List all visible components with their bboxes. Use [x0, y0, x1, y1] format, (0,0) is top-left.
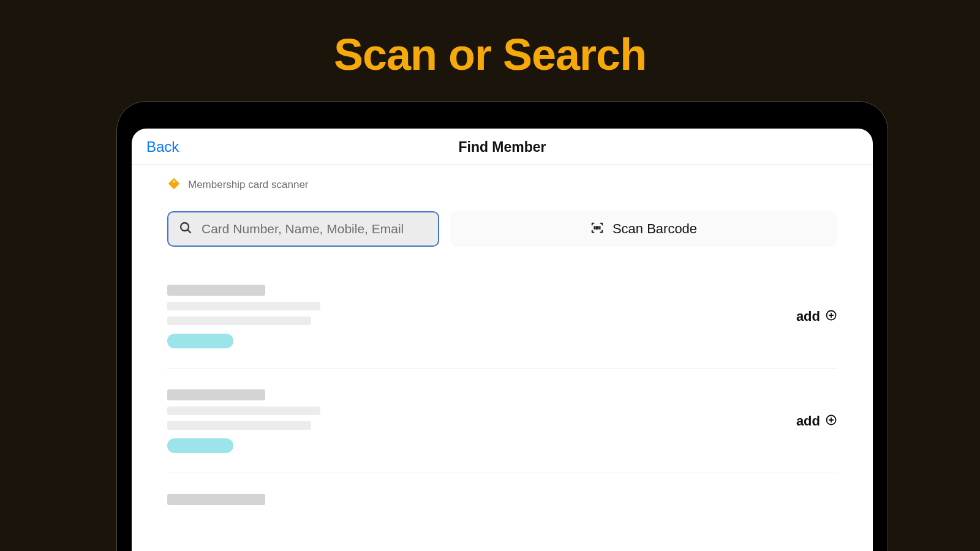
scanner-hint-row: Membership card scanner — [167, 165, 837, 211]
result-skeleton — [167, 389, 320, 453]
app-screen: Back Find Member Membership card scanner — [132, 129, 873, 551]
search-input[interactable] — [202, 222, 428, 236]
skeleton-line — [167, 317, 311, 325]
tag-icon — [167, 177, 181, 193]
content-area: Membership card scanner — [132, 165, 873, 525]
skeleton-pill — [167, 334, 233, 348]
add-button[interactable]: add — [796, 309, 837, 324]
search-icon — [178, 220, 193, 238]
page-headline: Scan or Search — [0, 0, 980, 80]
plus-circle-icon — [825, 309, 837, 324]
add-label: add — [796, 309, 820, 324]
result-skeleton — [167, 494, 265, 505]
plus-circle-icon — [825, 414, 837, 429]
result-skeleton — [167, 285, 320, 348]
svg-point-0 — [173, 181, 175, 182]
search-box[interactable] — [167, 211, 439, 247]
result-row: add — [167, 280, 837, 369]
skeleton-line — [167, 494, 265, 505]
search-row: Scan Barcode — [167, 211, 837, 247]
skeleton-line — [167, 421, 311, 430]
scan-barcode-label: Scan Barcode — [612, 221, 697, 237]
svg-line-2 — [187, 230, 190, 233]
back-button[interactable]: Back — [146, 138, 179, 156]
result-row: add — [167, 384, 837, 473]
scan-barcode-button[interactable]: Scan Barcode — [450, 211, 837, 247]
barcode-icon — [590, 221, 604, 237]
add-label: add — [796, 413, 820, 429]
page-title: Find Member — [132, 139, 873, 156]
skeleton-line — [167, 285, 265, 296]
scanner-hint-label: Membership card scanner — [188, 179, 309, 191]
navbar: Back Find Member — [132, 129, 873, 165]
skeleton-line — [167, 302, 320, 310]
result-row — [167, 489, 837, 525]
device-frame: Back Find Member Membership card scanner — [116, 101, 888, 551]
skeleton-line — [167, 389, 265, 400]
skeleton-line — [167, 407, 320, 415]
skeleton-pill — [167, 438, 233, 453]
add-button[interactable]: add — [796, 413, 837, 429]
